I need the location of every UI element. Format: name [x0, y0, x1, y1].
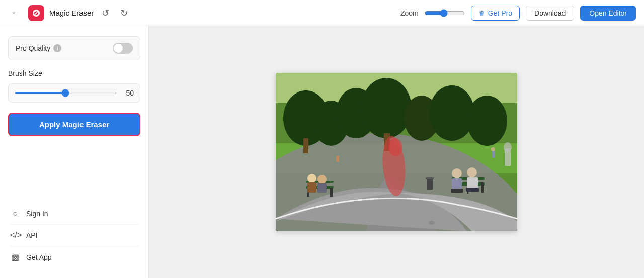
svg-rect-17 [481, 182, 484, 193]
crown-icon: ♛ [478, 9, 485, 17]
svg-rect-21 [451, 189, 463, 193]
svg-point-42 [317, 175, 327, 184]
download-button[interactable]: Download [526, 6, 574, 21]
header: ← Magic Eraser ↺ ↻ Zoom ♛ Get Pro Downlo… [0, 0, 644, 26]
get-pro-label: Get Pro [488, 9, 512, 17]
person-icon: ○ [10, 209, 20, 218]
svg-rect-27 [427, 178, 433, 190]
sidebar: Pro Quality i Brush Size 50 Apply Magic … [0, 26, 149, 278]
toggle-slider [113, 43, 133, 54]
svg-point-19 [452, 168, 462, 178]
main-layout: Pro Quality i Brush Size 50 Apply Magic … [0, 26, 644, 278]
brush-size-slider[interactable] [15, 92, 117, 94]
svg-point-32 [491, 147, 495, 151]
svg-point-26 [388, 138, 403, 156]
svg-rect-24 [466, 188, 479, 192]
svg-point-34 [504, 142, 512, 152]
pro-quality-row: Pro Quality i [8, 36, 140, 60]
zoom-label: Zoom [400, 9, 419, 17]
image-container [276, 73, 517, 231]
sidebar-spacer [8, 146, 140, 203]
svg-rect-41 [307, 182, 316, 193]
svg-point-40 [307, 174, 316, 183]
open-editor-button[interactable]: Open Editor [580, 6, 636, 21]
apply-magic-eraser-button[interactable]: Apply Magic Eraser [8, 113, 140, 136]
park-image [276, 73, 517, 231]
svg-point-11 [467, 96, 507, 146]
header-left: ← Magic Eraser ↺ ↻ [8, 5, 131, 21]
svg-point-35 [429, 221, 435, 225]
sidebar-bottom: ○ Sign In </> API ▩ Get App [8, 203, 140, 268]
info-icon[interactable]: i [53, 44, 61, 52]
get-pro-button[interactable]: ♛ Get Pro [471, 6, 520, 21]
svg-rect-39 [330, 188, 333, 197]
code-icon: </> [10, 231, 20, 240]
brush-size-row: 50 [8, 83, 140, 103]
svg-point-8 [361, 78, 412, 138]
pro-quality-toggle[interactable] [113, 43, 133, 54]
redo-button[interactable]: ↻ [117, 6, 131, 21]
svg-point-22 [467, 167, 477, 177]
app-logo [28, 5, 44, 21]
api-link[interactable]: </> API [8, 225, 140, 246]
svg-rect-28 [426, 177, 434, 179]
svg-rect-12 [303, 138, 308, 153]
undo-button[interactable]: ↺ [99, 6, 112, 21]
svg-rect-29 [336, 156, 339, 162]
app-title: Magic Eraser [49, 9, 94, 17]
svg-rect-43 [317, 183, 327, 193]
sign-in-link[interactable]: ○ Sign In [8, 203, 140, 224]
svg-rect-31 [492, 151, 495, 158]
mobile-icon: ▩ [10, 252, 20, 262]
zoom-slider[interactable] [425, 9, 465, 17]
svg-point-10 [429, 85, 474, 141]
back-button[interactable]: ← [8, 6, 23, 20]
canvas-area[interactable] [149, 26, 644, 278]
header-center: Zoom ♛ Get Pro Download Open Editor [400, 6, 636, 21]
get-app-link[interactable]: ▩ Get App [8, 246, 140, 268]
brush-size-value: 50 [122, 89, 134, 97]
pro-quality-label: Pro Quality i [16, 44, 61, 52]
svg-rect-30 [346, 157, 349, 162]
brush-size-label: Brush Size [8, 69, 140, 77]
